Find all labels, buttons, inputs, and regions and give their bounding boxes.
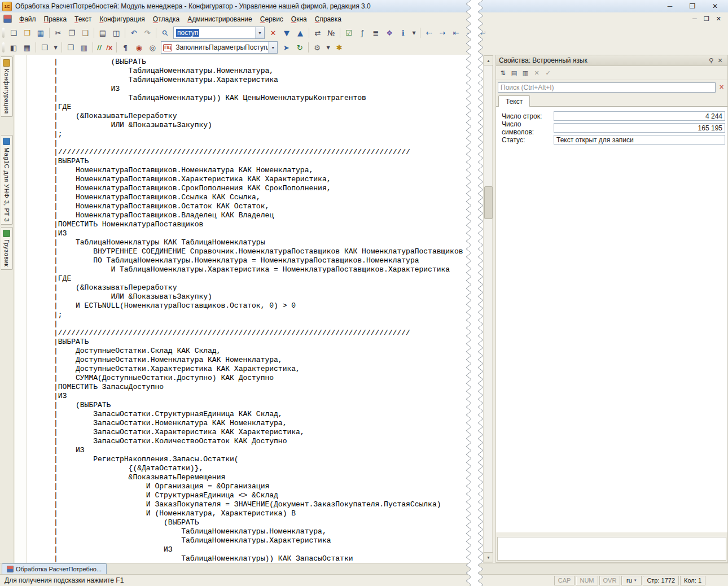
code-text[interactable]: | (ВЫБРАТЬ | ТаблицаНоменклатуры.Номенкл… [27, 55, 483, 563]
toolbar-separator [49, 28, 50, 38]
print-preview-button[interactable]: ◫ [110, 27, 122, 39]
maximize-button[interactable]: ❐ [687, 2, 698, 10]
menu-item-Окна[interactable]: Окна [287, 14, 311, 25]
tb1-right: ✕▼▲⇄№☑ƒ≣❖ℹ▼⇠⇢⇤⇥↩↪➤ [266, 27, 485, 39]
insert-construct-dropdown-icon[interactable]: ▼ [52, 41, 59, 54]
replace-button[interactable]: ⇄ [312, 27, 324, 39]
clear-search-button[interactable]: ✕ [267, 27, 279, 39]
search-text[interactable]: поступ [176, 29, 199, 37]
syntax-help-dropdown-icon[interactable]: ▼ [410, 27, 418, 39]
procedure-begin-button[interactable]: ⇤ [450, 27, 462, 39]
breakpoints-list-button[interactable]: ◎ [146, 41, 159, 54]
toolbar-separator [125, 28, 125, 38]
properties-search-clear-icon[interactable]: ✕ [717, 84, 726, 91]
child-close-button[interactable]: ✕ [716, 15, 721, 23]
editor-scrollbar[interactable]: ▲ ▼ [483, 55, 493, 563]
menu-item-Текст[interactable]: Текст [71, 14, 95, 25]
minimize-button[interactable]: ─ [665, 2, 675, 10]
toolbar-gripper[interactable] [2, 28, 5, 38]
insert-construct-button[interactable]: ❒ [38, 41, 51, 54]
pin-icon[interactable]: ⚲ [707, 57, 716, 64]
apply-edit-button[interactable]: ✓ [543, 68, 553, 78]
search-dropdown-icon[interactable]: ▼ [255, 27, 264, 38]
list-view-button[interactable]: ▤ [509, 68, 519, 78]
menu-item-Файл[interactable]: Файл [15, 14, 40, 25]
dock-tab-3[interactable]: Грузовик [1, 227, 13, 270]
find-next-button[interactable]: ▼ [280, 27, 293, 39]
code-editor[interactable]: | (ВЫБРАТЬ | ТаблицаНоменклатуры.Номенкл… [15, 55, 483, 563]
undo-button[interactable]: ↶ [128, 27, 140, 39]
menu-item-Справка[interactable]: Справка [311, 14, 345, 25]
copy-button[interactable]: ❐ [65, 27, 78, 39]
cut-button[interactable]: ✂ [52, 27, 64, 39]
menu-item-Конфигурация[interactable]: Конфигурация [95, 14, 149, 25]
module-settings-dropdown-icon[interactable]: ▼ [324, 41, 332, 54]
property-value[interactable]: Текст открыт для записи [554, 135, 725, 145]
procedures-functions-button[interactable]: ƒ [356, 27, 369, 39]
column-indicator: Кол: 1 [680, 576, 705, 585]
panel-close-icon[interactable]: ✕ [716, 57, 725, 64]
scroll-up-icon[interactable]: ▲ [484, 55, 493, 65]
menu-item-Администрирование[interactable]: Администрирование [183, 14, 256, 25]
dock-tab-2[interactable]: Mag1C для УНФ 3, РТ 3 [1, 135, 13, 225]
constructor-button[interactable]: ❖ [383, 27, 396, 39]
formatting-marks-button[interactable]: ¶ [119, 41, 131, 54]
menu-item-Правка[interactable]: Правка [40, 14, 71, 25]
procedure-dropdown-icon[interactable]: ▼ [268, 42, 277, 53]
toolbar-gripper-2[interactable] [2, 42, 5, 53]
check-syntax-button[interactable]: ☑ [343, 27, 355, 39]
paste-button[interactable]: ❑ [79, 27, 91, 39]
dock-tab-1[interactable]: Конфигурация [1, 56, 13, 117]
goto-line-button[interactable]: № [325, 27, 337, 39]
property-value[interactable]: 4 244 [554, 111, 725, 121]
caps-lock-indicator: CAP [554, 576, 575, 585]
save-document-button[interactable]: ▦ [34, 27, 47, 39]
keyboard-language[interactable]: ru▼ [621, 576, 642, 585]
property-value[interactable]: 165 195 [554, 123, 725, 133]
previous-procedure-button[interactable]: ⇠ [423, 27, 435, 39]
new-document-button[interactable]: ❏ [7, 27, 20, 39]
remove-comment-button[interactable]: /х [104, 41, 114, 54]
next-procedure-button[interactable]: ⇢ [436, 27, 449, 39]
procedure-combo[interactable]: Пц ЗаполнитьПараметрыПоступле ▼ [161, 41, 278, 54]
child-window-controls: ─ ❐ ✕ [692, 15, 728, 23]
find-previous-button[interactable]: ▲ [294, 27, 306, 39]
cancel-edit-button[interactable]: ✕ [532, 68, 542, 78]
print-button[interactable]: ▤ [97, 27, 109, 39]
overwrite-indicator: OVR [599, 576, 621, 585]
tb1-left: ❏❒▦✂❐❑▤◫↶↷⚲ [7, 27, 172, 39]
scroll-down-icon[interactable]: ▼ [484, 552, 493, 562]
breakpoint-button[interactable]: ◉ [133, 41, 145, 54]
redo-button[interactable]: ↷ [141, 27, 154, 39]
open-document-button[interactable]: ❒ [21, 27, 33, 39]
dock-panels-button[interactable]: ◧ [7, 41, 20, 54]
move-block-button[interactable]: ▥ [78, 41, 90, 54]
format-module-button[interactable]: ≣ [370, 27, 382, 39]
syntax-help-button[interactable]: ℹ [397, 27, 409, 39]
language-dropdown-icon: ▼ [634, 579, 637, 582]
close-button[interactable]: ✕ [710, 2, 720, 10]
child-restore-button[interactable]: ❐ [704, 15, 709, 23]
templates-button[interactable]: ✱ [333, 41, 345, 54]
child-minimize-button[interactable]: ─ [692, 15, 697, 23]
tab-text[interactable]: Текст [498, 95, 530, 107]
configurator-window: 1С Обработка РасчетПотребностей: Модуль … [0, 0, 728, 586]
document-tab[interactable]: Обработка РасчетПотребно... [2, 563, 107, 574]
goto-procedure-button[interactable]: ➤ [280, 41, 292, 54]
properties-search-input[interactable]: Поиск (Ctrl+Alt+I) [498, 82, 716, 93]
menu-item-Отладка[interactable]: Отладка [149, 14, 183, 25]
sort-button[interactable]: ⇅ [498, 68, 508, 78]
module-settings-button[interactable]: ⚙ [311, 41, 323, 54]
category-view-button[interactable]: ▥ [520, 68, 530, 78]
window-split-button[interactable]: ▦ [21, 41, 33, 54]
child-window-icon [3, 15, 12, 23]
scroll-thumb[interactable] [484, 186, 493, 219]
menu-item-Сервис[interactable]: Сервис [256, 14, 287, 25]
copy-block-button[interactable]: ❐ [64, 41, 77, 54]
processing-icon [7, 566, 14, 572]
refresh-module-button[interactable]: ↻ [293, 41, 306, 54]
find-button[interactable]: ⚲ [156, 25, 173, 40]
tb2-right: ➤↻⚙▼✱ [279, 41, 346, 54]
add-comment-button[interactable]: // [95, 41, 103, 54]
search-combo[interactable]: поступ ▼ [173, 27, 265, 39]
